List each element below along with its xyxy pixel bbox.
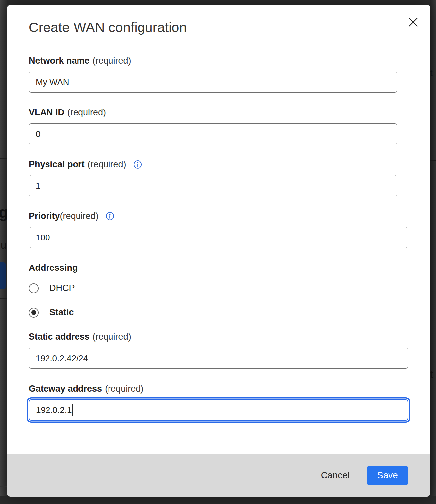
backdrop-table-line <box>0 298 7 299</box>
field-gateway-address: Gateway address (required) <box>29 384 409 421</box>
create-wan-dialog: Create WAN configuration Network name (r… <box>7 5 430 497</box>
backdrop-blue-button-fragment <box>0 262 6 289</box>
required-hint: (required) <box>93 56 131 66</box>
vlan-id-input[interactable] <box>29 123 397 144</box>
backdrop-table-line <box>0 464 7 464</box>
static-address-label: Static address <box>29 332 90 342</box>
physical-port-label: Physical port <box>29 159 85 170</box>
text-cursor <box>72 404 73 416</box>
field-static-address: Static address (required) <box>29 332 409 369</box>
required-hint: (required) <box>93 332 131 342</box>
cancel-button[interactable]: Cancel <box>321 470 350 481</box>
backdrop-table-line <box>0 486 7 487</box>
backdrop-table-line <box>430 160 436 161</box>
backdrop-top-strip <box>0 0 436 5</box>
dialog-title: Create WAN configuration <box>29 20 409 35</box>
close-button[interactable] <box>407 17 419 28</box>
close-icon <box>408 17 418 28</box>
backdrop-text-fragment: t l <box>430 68 436 78</box>
physical-port-input[interactable] <box>29 175 397 196</box>
save-button[interactable]: Save <box>367 466 408 485</box>
static-radio-label: Static <box>49 307 74 318</box>
backdrop-table-line <box>0 177 7 177</box>
field-physical-port: Physical port (required) <box>29 159 409 196</box>
network-name-input[interactable] <box>29 72 397 93</box>
dhcp-radio-label: DHCP <box>49 283 75 293</box>
info-icon[interactable] <box>106 212 114 221</box>
radio-option-static[interactable]: Static <box>29 307 409 318</box>
vlan-id-label: VLAN ID <box>29 108 64 118</box>
radio-option-dhcp[interactable]: DHCP <box>29 283 409 293</box>
backdrop-text-fragment: u <box>1 239 6 251</box>
radio-unselected-icon <box>29 283 39 293</box>
gateway-address-label: Gateway address <box>29 384 102 394</box>
addressing-group: Addressing DHCP Static <box>29 263 409 318</box>
required-hint: (required) <box>88 159 126 170</box>
required-hint: (required) <box>60 211 99 221</box>
gateway-address-input-wrap <box>29 399 409 421</box>
priority-input[interactable] <box>29 227 408 248</box>
static-address-input[interactable] <box>29 348 408 369</box>
addressing-heading: Addressing <box>29 263 409 273</box>
field-network-name: Network name (required) <box>29 56 409 93</box>
required-hint: (required) <box>67 108 106 118</box>
radio-selected-icon <box>29 308 39 318</box>
gateway-address-input[interactable] <box>29 399 408 421</box>
info-icon[interactable] <box>133 160 142 169</box>
field-priority: Priority (required) <box>29 211 409 248</box>
backdrop-bottom-strip <box>0 496 436 504</box>
backdrop-table-line <box>0 158 7 159</box>
backdrop-text-fragment: t <box>430 369 433 381</box>
dialog-body: Create WAN configuration Network name (r… <box>7 5 430 454</box>
field-vlan-id: VLAN ID (required) <box>29 108 409 144</box>
network-name-label: Network name <box>29 56 90 66</box>
backdrop-left-strip <box>0 0 7 504</box>
dialog-footer: Cancel Save <box>7 454 430 497</box>
required-hint: (required) <box>105 384 143 394</box>
backdrop-table-line <box>434 454 434 497</box>
priority-label: Priority <box>29 211 60 221</box>
